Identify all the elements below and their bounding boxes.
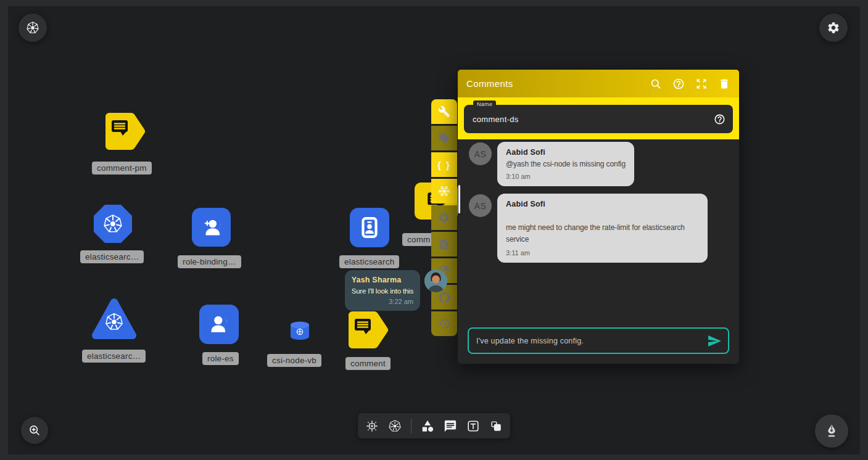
panel-title: Comments (466, 78, 650, 89)
message-time: 3:10 am (506, 173, 626, 180)
wrench-icon (438, 105, 450, 118)
node-label: elasticsearch (339, 255, 399, 268)
node-label: comment (345, 357, 391, 370)
toolbar-doc-search-button[interactable] (431, 232, 457, 257)
comment-input[interactable] (469, 337, 707, 345)
toolbar-history-button[interactable] (431, 311, 457, 336)
message-text: Sure I'll look into this (352, 287, 413, 295)
message-text: me might need to change the rate-limit f… (506, 222, 697, 245)
id-badge-icon (358, 216, 381, 239)
toolbar-settings-button[interactable] (431, 205, 457, 230)
text-tool-icon[interactable] (466, 419, 480, 433)
history-icon (438, 318, 450, 330)
app-logo-button[interactable] (19, 14, 47, 42)
scrollbar-thumb[interactable] (458, 185, 460, 213)
message-author: Aabid Sofi (506, 200, 699, 208)
message-bubble[interactable]: Aabid Sofi @yash the csi-node is missing… (497, 142, 634, 186)
user-icon (207, 313, 231, 336)
name-input[interactable] (464, 115, 714, 124)
kubernetes-icon[interactable] (388, 419, 402, 433)
message-bubble[interactable]: Aabid Sofi me might need to change the r… (497, 194, 708, 263)
settings-button[interactable] (819, 14, 848, 42)
toolbar-hub-button[interactable] (431, 179, 457, 203)
search-icon[interactable] (650, 78, 662, 90)
delete-icon[interactable] (718, 78, 730, 90)
message-author: Yash Sharma (352, 276, 413, 284)
avatar-photo (424, 269, 447, 292)
pen-tool-button[interactable] (815, 414, 848, 448)
send-icon[interactable] (707, 334, 722, 348)
node-role-binding[interactable] (192, 208, 231, 247)
shapes-icon[interactable] (421, 419, 434, 433)
toolbar-json-button[interactable]: { } (431, 152, 457, 177)
node-elasticsearch-octagon[interactable] (94, 205, 132, 243)
design-graph-icon[interactable] (365, 419, 379, 433)
media-icon[interactable] (489, 419, 503, 433)
node-label: role-es (202, 352, 239, 365)
hub-icon (437, 184, 451, 198)
message-author: Aabid Sofi (506, 148, 626, 157)
pen-nib-icon (824, 423, 840, 439)
zoom-button[interactable] (21, 417, 48, 444)
node-label: role-binding… (178, 255, 241, 268)
comments-panel: Comments Name AS Aa (458, 70, 739, 364)
expand-icon[interactable] (695, 78, 708, 90)
node-label: csi-node-vb (267, 354, 321, 367)
help-icon[interactable] (714, 113, 725, 125)
message-time: 3:22 am (352, 298, 413, 305)
gear-icon (438, 212, 450, 224)
comments-panel-header[interactable]: Comments (458, 70, 739, 97)
document-search-icon (438, 238, 450, 250)
node-action-toolbar: { } (431, 99, 457, 336)
toolbar-tag-button[interactable] (431, 126, 457, 150)
help-icon[interactable] (672, 78, 685, 90)
message-bubble[interactable]: Yash Sharma Sure I'll look into this 3:2… (345, 270, 420, 311)
node-role-es[interactable] (199, 305, 239, 344)
node-elasticsearch-badge[interactable] (350, 208, 389, 247)
comment-input-wrapper (468, 327, 729, 354)
github-icon (438, 291, 451, 304)
braces-icon: { } (437, 160, 451, 170)
gear-icon (827, 21, 840, 35)
comment-tool-icon[interactable] (444, 419, 457, 433)
avatar-initials: AS (469, 142, 492, 165)
node-comment-pm[interactable] (104, 112, 147, 151)
user-add-icon (200, 216, 223, 239)
zoom-in-icon (28, 424, 41, 437)
node-label: comm (402, 233, 436, 246)
name-field-label: Name (473, 101, 496, 108)
name-field[interactable]: Name (464, 105, 733, 133)
message-text: @yash the csi-node is missing config (506, 160, 626, 168)
kubernetes-wheel-icon (102, 213, 123, 234)
message-time: 3:11 am (506, 249, 699, 257)
node-label: elasticsearc… (80, 250, 144, 263)
toolbar-configure-button[interactable] (431, 99, 457, 124)
tag-icon (438, 132, 450, 144)
node-elasticsearch-triangle[interactable] (91, 297, 138, 340)
node-label: comment-pm (92, 162, 152, 175)
kubernetes-logo-icon (26, 21, 39, 35)
bottom-dock (358, 413, 510, 438)
name-section: Name (458, 97, 739, 139)
avatar-initials: AS (469, 194, 492, 217)
node-csi-node-vb[interactable] (289, 321, 310, 341)
node-comment[interactable] (347, 310, 390, 350)
dock-divider (411, 419, 411, 433)
node-label: elasticsearc… (82, 350, 146, 363)
